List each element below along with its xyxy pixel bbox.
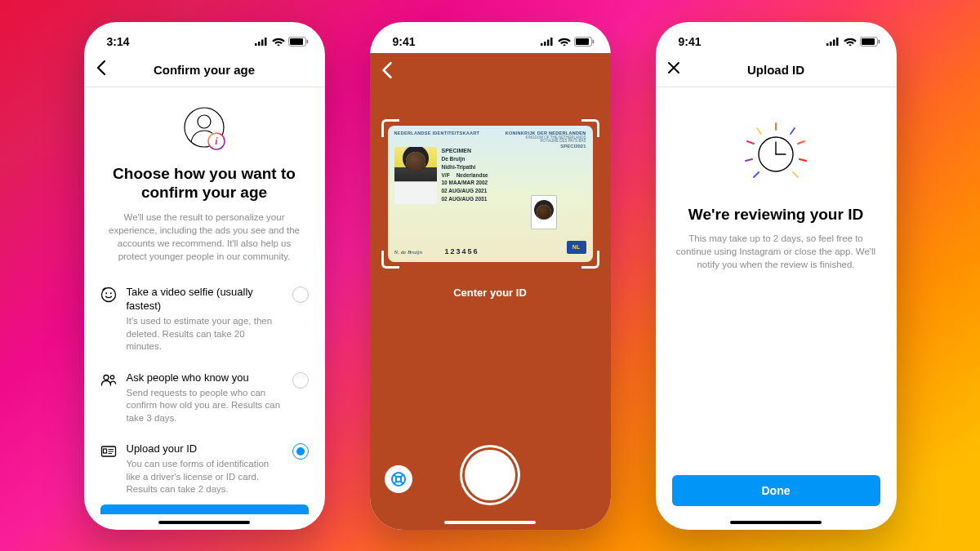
home-indicator[interactable]	[730, 521, 822, 524]
svg-point-10	[104, 375, 109, 380]
svg-rect-24	[878, 39, 880, 43]
camera-viewfinder: NEDERLANDSE IDENTITEITSKAART KONINKRIJK …	[370, 53, 611, 530]
page-heading: We're reviewing your ID	[672, 205, 880, 224]
status-time: 9:41	[679, 35, 702, 48]
id-given: Nidhi-Tripathi	[442, 163, 586, 171]
done-button[interactable]: Done	[672, 475, 880, 506]
svg-line-33	[793, 172, 798, 177]
wifi-icon	[558, 37, 571, 46]
svg-line-28	[747, 141, 754, 144]
svg-point-4	[198, 115, 211, 128]
id-dob: 10 MAA/MAR 2002	[442, 179, 586, 187]
page-subtext: We'll use the result to personalize your…	[100, 211, 309, 263]
option-desc: It's used to estimate your age, then del…	[127, 315, 283, 353]
option-title: Upload your ID	[127, 442, 283, 456]
radio-selected[interactable]	[292, 443, 309, 460]
status-bar: 9:41	[370, 22, 611, 53]
nav-bar: Upload ID	[656, 53, 897, 87]
option-video-selfie[interactable]: Take a video selfie (usually fastest) It…	[100, 278, 309, 361]
id-header-nl: NEDERLANDEN	[549, 131, 586, 136]
nav-title: Confirm your age	[154, 63, 255, 77]
phone-confirm-age: 3:14 Confirm your age	[84, 22, 325, 530]
option-desc: Send requests to people who can confirm …	[127, 387, 283, 425]
id-expiry: 02 AUG/AUG 2031	[442, 195, 586, 203]
svg-line-27	[791, 128, 795, 134]
id-card-icon	[100, 443, 117, 463]
id-thumb	[531, 195, 557, 229]
center-id-label: Center your ID	[370, 287, 611, 299]
home-indicator[interactable]	[158, 521, 250, 524]
nav-bar: Confirm your age	[84, 53, 325, 87]
id-sex: V/F	[442, 171, 450, 180]
status-time: 3:14	[107, 35, 130, 48]
svg-point-7	[101, 288, 115, 302]
svg-rect-13	[103, 449, 106, 453]
wifi-icon	[844, 37, 857, 46]
svg-point-21	[395, 476, 400, 481]
close-icon[interactable]	[667, 61, 680, 78]
id-header-left: NEDERLANDSE IDENTITEITSKAART	[394, 131, 480, 136]
option-desc: You can use forms of identification like…	[127, 458, 283, 496]
phone-reviewing-id: 9:41 Upload ID	[656, 22, 897, 530]
id-surname: De Bruijn	[442, 155, 586, 163]
wifi-icon	[272, 37, 285, 46]
svg-line-31	[800, 159, 806, 161]
svg-point-8	[105, 293, 107, 295]
status-bar: 9:41	[656, 22, 897, 53]
status-icons	[541, 37, 595, 47]
nav-title: Upload ID	[747, 63, 804, 77]
status-time: 9:41	[393, 35, 416, 48]
selfie-icon	[100, 287, 117, 306]
back-icon[interactable]	[96, 60, 107, 79]
option-upload-id[interactable]: Upload your ID You can use forms of iden…	[100, 434, 309, 504]
profile-info-icon: i	[100, 105, 309, 153]
svg-rect-18	[576, 38, 589, 45]
id-docnum: 123456	[445, 247, 479, 256]
help-button[interactable]	[385, 465, 412, 493]
people-icon	[100, 372, 117, 392]
clock-icon	[672, 122, 880, 187]
id-signature: N. de Bruijn	[394, 249, 422, 256]
id-speci: SPECI2021	[560, 144, 586, 149]
svg-line-29	[798, 141, 804, 144]
content-area: i Choose how you want to confirm your ag…	[84, 87, 325, 514]
svg-rect-19	[592, 39, 594, 43]
id-sub2: ROYAUME DES PAYS-BAS	[394, 140, 586, 144]
status-icons	[255, 37, 309, 47]
svg-point-20	[392, 473, 405, 486]
content-area: We're reviewing your ID This may take up…	[656, 87, 897, 514]
shutter-button[interactable]	[465, 450, 515, 500]
option-title: Ask people who know you	[127, 371, 283, 385]
svg-rect-1	[290, 38, 303, 45]
phone-camera-id: 9:41 NEDERLANDSE IDENTITEITSKAART KONINK…	[370, 22, 611, 530]
svg-point-11	[110, 375, 114, 379]
svg-line-26	[757, 128, 761, 134]
battery-icon	[574, 37, 595, 47]
id-photo	[394, 147, 437, 204]
camera-controls	[370, 439, 611, 511]
svg-point-9	[109, 293, 111, 295]
id-header-right: KONINKRIJK DER	[506, 131, 548, 136]
id-frame: NEDERLANDSE IDENTITEITSKAART KONINKRIJK …	[385, 122, 596, 265]
lifebuoy-icon	[390, 471, 407, 487]
battery-icon	[860, 37, 880, 47]
svg-line-32	[754, 172, 759, 177]
battery-icon	[288, 37, 309, 47]
svg-line-30	[746, 159, 752, 161]
id-issue: 02 AUG/AUG 2021	[442, 187, 586, 195]
id-flag	[567, 241, 586, 254]
radio-unselected[interactable]	[292, 287, 309, 303]
back-icon[interactable]	[381, 61, 393, 82]
signal-icon	[255, 37, 269, 46]
page-subtext: This may take up to 2 days, so feel free…	[672, 232, 880, 271]
radio-unselected[interactable]	[292, 372, 309, 389]
home-indicator[interactable]	[444, 521, 536, 524]
option-title: Take a video selfie (usually fastest)	[127, 286, 283, 313]
option-ask-people[interactable]: Ask people who know you Send requests to…	[100, 363, 309, 433]
svg-rect-23	[862, 38, 875, 45]
svg-rect-2	[306, 39, 308, 43]
id-nat: Nederlandse	[457, 171, 488, 180]
signal-icon	[826, 37, 840, 46]
continue-button[interactable]: Continue	[100, 504, 309, 514]
status-bar: 3:14	[84, 22, 325, 53]
